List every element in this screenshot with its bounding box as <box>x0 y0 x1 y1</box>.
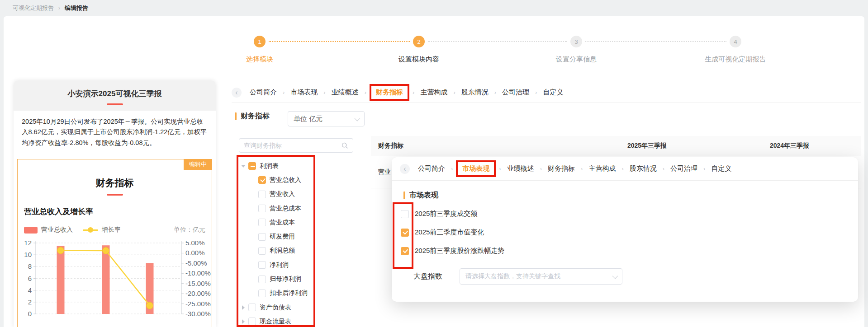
tab-separator: › <box>451 165 453 172</box>
table-col-indicator: 财务指标 <box>371 142 576 150</box>
section-title: 财务指标 <box>241 112 270 121</box>
tree-item-label: 营业收入 <box>270 190 295 198</box>
title-underline <box>107 103 123 105</box>
checkbox-checked[interactable] <box>258 176 266 184</box>
tab-performance-overview[interactable]: 业绩概述 <box>332 88 359 97</box>
chevron-down-icon <box>612 273 618 279</box>
caret-right-icon[interactable] <box>240 305 247 310</box>
checkbox-unchecked[interactable] <box>258 191 266 198</box>
step-circle-4: 4 <box>730 36 741 47</box>
modal-tab-company-profile[interactable]: 公司简介 <box>418 164 445 173</box>
tree-item-label: 营业总成本 <box>270 205 301 213</box>
section-accent-bar <box>403 192 405 199</box>
chevron-left-icon[interactable]: ‹ <box>400 164 410 174</box>
search-icon[interactable] <box>342 142 348 149</box>
option-price-trend[interactable]: 2025前三季度股价涨跌幅走势 <box>401 242 858 260</box>
tree-item-label: 营业总收入 <box>270 176 301 184</box>
tab-separator: › <box>323 89 325 96</box>
tab-separator: › <box>499 165 501 172</box>
tab-shareholders[interactable]: 股东情况 <box>461 88 489 97</box>
checkbox-unchecked[interactable] <box>258 290 266 297</box>
tree-item-total-profit[interactable]: 利润总额 <box>240 244 313 258</box>
tree-item-label: 归母净利润 <box>270 275 301 283</box>
section-title-underline <box>107 194 123 196</box>
step-label-select-module[interactable]: 选择模块 <box>228 55 291 64</box>
modal-tab-performance-overview[interactable]: 业绩概述 <box>507 164 534 173</box>
report-preview-card: 小安演示2025可视化三季报 2025年10月29日公司发布了2025年三季报。… <box>14 80 216 327</box>
tree-item-label: 营业成本 <box>270 219 295 227</box>
tree-item-rd-expense[interactable]: 研发费用 <box>240 229 313 243</box>
unit-select[interactable]: 单位 亿元 <box>288 111 365 126</box>
tab-market-performance[interactable]: 市场表现 <box>290 88 318 97</box>
tab-main-business[interactable]: 主营构成 <box>420 88 447 97</box>
checkbox-unchecked[interactable] <box>258 205 266 212</box>
tree-item-label: 扣非后净利润 <box>270 289 308 297</box>
tree-item-total-cost[interactable]: 营业总成本 <box>240 201 313 215</box>
table-row-label: 营业 <box>371 168 391 176</box>
tab-separator: › <box>703 165 705 172</box>
checkbox-unchecked[interactable] <box>248 304 256 311</box>
step-circle-3: 3 <box>570 36 582 47</box>
breadcrumb-current: 编辑报告 <box>65 4 88 12</box>
checkbox-unchecked[interactable] <box>258 276 266 283</box>
modal-section-title: 市场表现 <box>409 191 438 200</box>
step-circle-2: 2 <box>413 36 425 47</box>
editing-module-box[interactable]: 编辑中 财务指标 营业总收入及增长率 营业总收入 增长率 单位：亿元 12108… <box>17 159 212 327</box>
tree-item-operating-cost[interactable]: 营业成本 <box>240 215 313 229</box>
search-input[interactable] <box>244 142 342 149</box>
tree-item-balance-sheet[interactable]: 资产负债表 <box>240 300 313 314</box>
tree-item-net-profit-deducted[interactable]: 扣非后净利润 <box>240 286 313 300</box>
market-index-select[interactable]: 请选择大盘指数，支持关键字查找 <box>460 268 622 285</box>
table-col-2025q3: 2025年三季报 <box>576 142 718 150</box>
table-header: 财务指标 2025年三季报 2024年三季报 <box>371 136 861 156</box>
option-label: 2025前三季度成交额 <box>415 210 477 218</box>
tree-item-label: 净利润 <box>270 261 289 269</box>
modal-section-header: 市场表现 <box>403 191 858 200</box>
modal-tab-custom[interactable]: 自定义 <box>711 164 731 173</box>
breadcrumb-separator: › <box>58 5 60 11</box>
report-title: 小安演示2025可视化三季报 <box>18 89 211 99</box>
checkbox-unchecked[interactable] <box>258 219 266 226</box>
tree-item-total-revenue[interactable]: 营业总收入 <box>240 173 313 187</box>
checkbox-unchecked[interactable] <box>258 261 266 269</box>
tab-separator: › <box>453 89 455 96</box>
modal-tab-governance[interactable]: 公司治理 <box>670 164 697 173</box>
svg-text:10: 10 <box>24 251 32 258</box>
modal-tab-market-performance-active[interactable]: 市场表现 <box>456 160 496 177</box>
tree-item-label: 现金流量表 <box>260 318 291 326</box>
tree-item-income-statement[interactable]: 利润表 <box>240 159 313 173</box>
chevron-left-icon[interactable]: ‹ <box>232 88 242 98</box>
tab-separator: › <box>413 89 414 96</box>
option-turnover[interactable]: 2025前三季度成交额 <box>401 205 858 223</box>
step-label-module-content[interactable]: 设置模块内容 <box>378 55 460 64</box>
option-market-cap-change[interactable]: 2025前三季度市值变化 <box>401 223 858 242</box>
caret-down-icon[interactable] <box>240 165 247 168</box>
report-summary: 2025年10月29日公司发布了2025年三季报。公司实现营业总收入8.62亿元… <box>14 111 216 153</box>
checkbox-unchecked[interactable] <box>258 247 266 255</box>
svg-text:-25.00%: -25.00% <box>185 300 211 308</box>
modal-tab-financial-indicators[interactable]: 财务指标 <box>548 164 575 173</box>
tree-item-cash-flow[interactable]: 现金流量表 <box>240 314 313 327</box>
section-accent-bar <box>235 112 237 120</box>
checkbox-unchecked[interactable] <box>248 318 256 325</box>
table-col-2024q3: 2024年三季报 <box>718 142 861 150</box>
bar-legend-swatch <box>24 227 38 234</box>
tab-separator: › <box>581 165 583 172</box>
tab-financial-indicators-active[interactable]: 财务指标 <box>370 84 409 101</box>
tree-item-revenue[interactable]: 营业收入 <box>240 187 313 201</box>
tab-separator: › <box>365 89 366 96</box>
tree-item-net-profit-parent[interactable]: 归母净利润 <box>240 272 313 286</box>
svg-text:-30.00%: -30.00% <box>185 310 211 318</box>
tree-item-label: 利润总额 <box>270 247 295 255</box>
caret-right-icon[interactable] <box>240 319 247 324</box>
modal-tab-main-business[interactable]: 主营构成 <box>588 164 616 173</box>
tab-company-profile[interactable]: 公司简介 <box>250 88 277 97</box>
chart-unit-label: 单位：亿元 <box>174 226 205 234</box>
tree-item-net-profit[interactable]: 净利润 <box>240 258 313 272</box>
checkbox-unchecked[interactable] <box>258 233 266 241</box>
checkbox-indeterminate[interactable] <box>248 162 256 170</box>
breadcrumb-parent-link[interactable]: 可视化定期报告 <box>13 4 54 12</box>
tab-custom[interactable]: 自定义 <box>543 88 563 97</box>
tab-governance[interactable]: 公司治理 <box>502 88 529 97</box>
modal-tab-shareholders[interactable]: 股东情况 <box>630 164 657 173</box>
